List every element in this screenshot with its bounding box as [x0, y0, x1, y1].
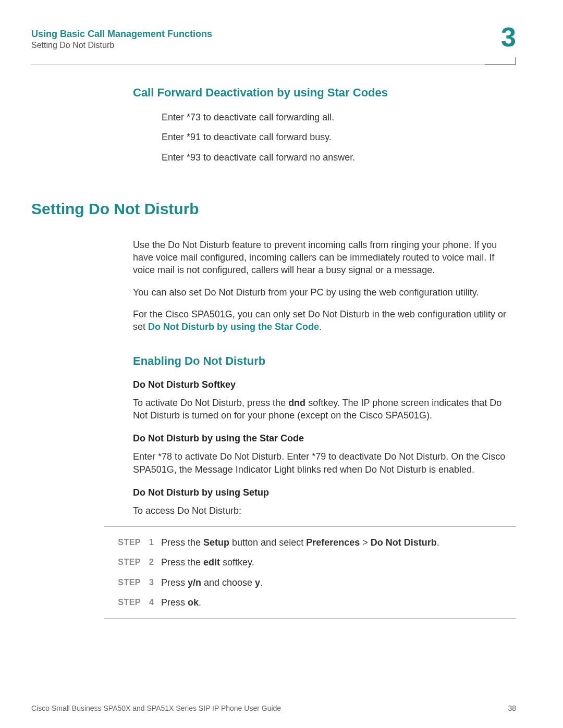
step-label: STEP [104, 556, 141, 569]
dnd-paragraph: Use the Do Not Disturb feature to preven… [133, 239, 516, 277]
step-rule-bottom [104, 618, 516, 619]
step-row: STEP 4 Press ok. [104, 596, 516, 609]
page-header: Using Basic Call Management Functions Se… [31, 29, 516, 50]
step-number: 4 [141, 596, 154, 609]
header-rule [31, 65, 516, 65]
cf-deact-line: Enter *73 to deactivate call forwarding … [162, 111, 516, 124]
step-row: STEP 3 Press y/n and choose y. [104, 576, 516, 589]
chapter-title: Using Basic Call Management Functions [31, 29, 516, 40]
heading-dnd-setup: Do Not Disturb by using Setup [133, 487, 516, 498]
cf-deact-line: Enter *93 to deactivate call forward no … [162, 151, 516, 164]
step-list: STEP 1 Press the Setup button and select… [104, 536, 516, 609]
dnd-paragraph: For the Cisco SPA501G, you can only set … [133, 308, 516, 334]
step-number: 3 [141, 576, 154, 589]
dnd-paragraph: You can also set Do Not Disturb from you… [133, 286, 516, 299]
step-label: STEP [104, 536, 141, 549]
footer-page-number: 38 [508, 704, 516, 712]
heading-setting-dnd: Setting Do Not Disturb [31, 200, 516, 218]
step-text: Press the Setup button and select Prefer… [161, 536, 516, 549]
step-label: STEP [104, 596, 141, 609]
step-rule-top [104, 526, 516, 527]
step-text: Press the edit softkey. [161, 556, 516, 569]
step-label: STEP [104, 576, 141, 589]
dnd-star-paragraph: Enter *78 to activate Do Not Disturb. En… [133, 450, 516, 476]
heading-enabling-dnd: Enabling Do Not Disturb [133, 354, 516, 368]
page-footer: Cisco Small Business SPA50X and SPA51X S… [31, 704, 516, 712]
heading-dnd-softkey: Do Not Disturb Softkey [133, 379, 516, 390]
text: To activate Do Not Disturb, press the [133, 398, 288, 408]
step-text: Press y/n and choose y. [161, 576, 516, 589]
dnd-setup-intro: To access Do Not Disturb: [133, 504, 516, 517]
footer-doc-title: Cisco Small Business SPA50X and SPA51X S… [31, 704, 281, 712]
dnd-softkey-paragraph: To activate Do Not Disturb, press the dn… [133, 397, 516, 422]
step-number: 1 [141, 536, 154, 549]
step-row: STEP 2 Press the edit softkey. [104, 556, 516, 569]
cf-deact-line: Enter *91 to deactivate call forward bus… [162, 131, 516, 143]
chapter-number: 3 [501, 23, 516, 51]
text: . [319, 322, 322, 332]
step-text: Press ok. [161, 596, 516, 609]
link-dnd-star-code[interactable]: Do Not Disturb by using the Star Code [148, 322, 319, 332]
chapter-corner-mark [485, 57, 516, 65]
bold-text: dnd [288, 398, 305, 408]
heading-cf-deactivation: Call Forward Deactivation by using Star … [133, 86, 516, 100]
step-number: 2 [141, 556, 154, 569]
section-title: Setting Do Not Disturb [31, 41, 516, 50]
heading-dnd-star-code: Do Not Disturb by using the Star Code [133, 433, 516, 444]
step-row: STEP 1 Press the Setup button and select… [104, 536, 516, 549]
